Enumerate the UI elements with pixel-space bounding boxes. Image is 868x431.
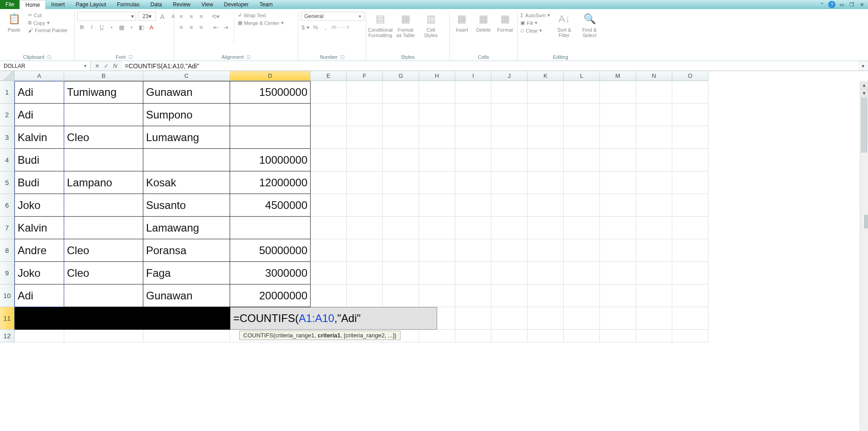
cell-H7[interactable] [419,217,455,239]
cell-L4[interactable] [564,149,600,171]
cell-M4[interactable] [600,149,636,171]
align-left-icon[interactable]: ≡ [177,23,186,32]
row-header-12[interactable]: 12 [0,330,14,342]
cell-O1[interactable] [672,81,708,104]
restore-icon[interactable]: ❐ [848,1,855,8]
cell-M6[interactable] [600,194,636,217]
cell-B10[interactable] [64,284,143,307]
cell-B8[interactable]: Cleo [64,239,143,262]
cell-D4[interactable]: 10000000 [230,149,311,171]
increase-indent-icon[interactable]: ⇥ [221,23,230,32]
tab-review[interactable]: Review [167,0,196,9]
cell-D3[interactable] [230,126,311,149]
cell-K5[interactable] [528,171,564,194]
cell-I6[interactable] [455,194,491,217]
cell-A3[interactable]: Kalvin [14,126,64,149]
cell-C9[interactable]: Faga [143,262,230,284]
cell-F8[interactable] [347,239,383,262]
cell-F6[interactable] [347,194,383,217]
cell-J7[interactable] [491,217,528,239]
tab-developer[interactable]: Developer [218,0,254,9]
column-header-M[interactable]: M [600,71,636,81]
cell-D10[interactable]: 20000000 [230,284,311,307]
cell-C4[interactable] [143,149,230,171]
cell-M2[interactable] [600,104,636,126]
cell-K6[interactable] [528,194,564,217]
cell-O7[interactable] [672,217,708,239]
cell-H9[interactable] [419,262,455,284]
cut-button[interactable]: ✂Cut [28,12,68,19]
fill-button[interactable]: ▣Fill ▾ [520,19,550,26]
cell-A8[interactable]: Andre [14,239,64,262]
cell-D8[interactable]: 50000000 [230,239,311,262]
cell-O9[interactable] [672,262,708,284]
column-header-L[interactable]: L [564,71,600,81]
cell-B2[interactable] [64,104,143,126]
cell-L6[interactable] [564,194,600,217]
cell-I3[interactable] [455,126,491,149]
cell-G8[interactable] [383,239,419,262]
cell-G5[interactable] [383,171,419,194]
paste-button[interactable]: 📋 Paste [3,12,25,33]
cell-G9[interactable] [383,262,419,284]
cell-E10[interactable] [311,284,347,307]
cell-C3[interactable]: Lumawang [143,126,230,149]
cell-L10[interactable] [564,284,600,307]
cell-J11[interactable] [491,307,528,330]
cell-A10[interactable]: Adi [14,284,64,307]
cell-N2[interactable] [636,104,672,126]
column-header-J[interactable]: J [491,71,528,81]
cell-A2[interactable]: Adi [14,104,64,126]
cell-N10[interactable] [636,284,672,307]
name-box[interactable]: DOLLAR ▾ [0,61,90,71]
orientation-icon[interactable]: ⟲▾ [211,12,220,21]
cell-E6[interactable] [311,194,347,217]
cell-K2[interactable] [528,104,564,126]
cell-D7[interactable] [230,217,311,239]
cell-K1[interactable] [528,81,564,104]
cell-J5[interactable] [491,171,528,194]
cell-A12[interactable] [14,330,64,342]
cell-F7[interactable] [347,217,383,239]
fx-icon[interactable]: fx [111,62,119,70]
column-header-F[interactable]: F [347,71,383,81]
cell-O12[interactable] [672,330,708,342]
tab-file[interactable]: File [0,0,19,9]
tab-formulas[interactable]: Formulas [112,0,145,9]
align-top-icon[interactable]: ≡ [177,12,186,21]
cell-O6[interactable] [672,194,708,217]
format-painter-button[interactable]: 🖌Format Painter [28,27,68,33]
cell-O10[interactable] [672,284,708,307]
cell-F1[interactable] [347,81,383,104]
cell-D1[interactable]: 15000000 [230,81,311,104]
cell-D6[interactable]: 4500000 [230,194,311,217]
cell-O2[interactable] [672,104,708,126]
cell-J3[interactable] [491,126,528,149]
cell-H8[interactable] [419,239,455,262]
cell-E3[interactable] [311,126,347,149]
format-cells-button[interactable]: ▦Format [495,12,514,33]
cell-H1[interactable] [419,81,455,104]
ribbon-min-icon[interactable]: ⌃ [818,1,826,8]
cell-I5[interactable] [455,171,491,194]
column-header-A[interactable]: A [14,71,64,81]
row-header-5[interactable]: 5 [0,171,14,194]
tab-home[interactable]: Home [19,0,46,9]
cell-K12[interactable] [528,330,564,342]
currency-button[interactable]: $ ▾ [301,23,310,32]
decrease-decimal-button[interactable]: ←.0 [341,23,350,32]
merge-center-button[interactable]: ▦Merge & Center ▾ [238,19,284,26]
cell-G7[interactable] [383,217,419,239]
cell-A6[interactable]: Joko [14,194,64,217]
cell-I10[interactable] [455,284,491,307]
underline-button[interactable]: U [97,23,106,32]
cell-K11[interactable] [528,307,564,330]
cell-B6[interactable] [64,194,143,217]
cell-B5[interactable]: Lampano [64,171,143,194]
cell-J9[interactable] [491,262,528,284]
cell-J2[interactable] [491,104,528,126]
cell-O3[interactable] [672,126,708,149]
cell-F5[interactable] [347,171,383,194]
cell-I7[interactable] [455,217,491,239]
cell-L3[interactable] [564,126,600,149]
